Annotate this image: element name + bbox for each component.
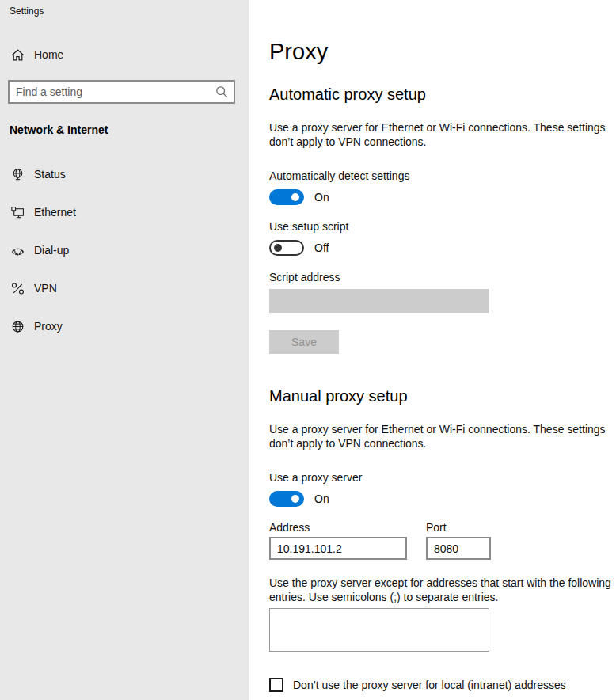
sidebar-item-status[interactable]: Status: [0, 155, 249, 193]
use-proxy-server-label: Use a proxy server: [269, 471, 616, 484]
save-button[interactable]: Save: [269, 330, 339, 354]
proxy-server-toggle-state: On: [314, 493, 329, 505]
home-icon: [11, 48, 25, 62]
toggle-knob: [291, 193, 299, 201]
settings-window: Settings Home Network & Internet: [0, 0, 616, 700]
sidebar-nav: Status Ethernet: [0, 155, 249, 345]
setup-script-toggle-row: Off: [269, 240, 616, 256]
toggle-knob: [291, 495, 299, 503]
address-port-row: Address Port: [269, 521, 616, 560]
manual-proxy-description: Use a proxy server for Ethernet or Wi-Fi…: [269, 422, 616, 451]
sidebar-section-title: Network & Internet: [10, 124, 249, 136]
proxy-exceptions-description: Use the proxy server except for addresse…: [269, 576, 616, 604]
script-address-input: [269, 289, 489, 313]
page-title: Proxy: [269, 38, 616, 65]
local-addresses-checkbox[interactable]: [269, 678, 283, 692]
search-icon[interactable]: [215, 85, 229, 99]
detect-settings-toggle-row: On: [269, 189, 616, 205]
sidebar-item-label: Proxy: [34, 320, 63, 333]
proxy-server-toggle-row: On: [269, 491, 616, 507]
search-input[interactable]: [10, 82, 215, 102]
status-icon: [11, 168, 25, 181]
port-column: Port: [426, 521, 491, 560]
sidebar-item-label: VPN: [34, 282, 57, 295]
detect-settings-label: Automatically detect settings: [269, 169, 616, 182]
local-addresses-checkbox-row: Don’t use the proxy server for local (in…: [269, 678, 616, 692]
home-label: Home: [34, 48, 63, 61]
sidebar: Settings Home Network & Internet: [0, 0, 249, 700]
script-address-label: Script address: [269, 271, 616, 283]
address-column: Address: [269, 521, 407, 560]
automatically-detect-settings-toggle[interactable]: [269, 189, 304, 205]
detect-settings-toggle-state: On: [314, 191, 329, 204]
dialup-phone-icon: [11, 244, 25, 257]
port-label: Port: [426, 521, 491, 534]
search-box[interactable]: [8, 80, 235, 104]
sidebar-item-dialup[interactable]: Dial-up: [0, 231, 249, 269]
window-title: Settings: [10, 6, 249, 17]
sidebar-item-proxy[interactable]: Proxy: [0, 307, 249, 345]
local-addresses-checkbox-label: Don’t use the proxy server for local (in…: [293, 679, 566, 691]
toggle-knob: [274, 244, 282, 252]
automatic-proxy-setup-heading: Automatic proxy setup: [269, 84, 616, 105]
use-setup-script-label: Use setup script: [269, 220, 616, 233]
sidebar-item-vpn[interactable]: VPN: [0, 269, 249, 307]
sidebar-item-home[interactable]: Home: [0, 44, 249, 66]
vpn-icon: [11, 282, 25, 295]
ethernet-icon: [11, 206, 25, 219]
sidebar-item-label: Dial-up: [34, 244, 69, 257]
sidebar-item-label: Ethernet: [34, 206, 76, 219]
use-setup-script-toggle[interactable]: [269, 240, 304, 256]
proxy-exceptions-input[interactable]: [269, 608, 489, 652]
proxy-address-input[interactable]: [269, 537, 407, 560]
proxy-globe-icon: [11, 320, 25, 333]
sidebar-item-ethernet[interactable]: Ethernet: [0, 193, 249, 231]
address-label: Address: [269, 521, 407, 534]
proxy-settings-page: Proxy Automatic proxy setup Use a proxy …: [249, 0, 616, 700]
proxy-port-input[interactable]: [426, 537, 491, 560]
use-proxy-server-toggle[interactable]: [269, 491, 304, 507]
sidebar-item-label: Status: [34, 168, 66, 181]
manual-proxy-setup-heading: Manual proxy setup: [269, 386, 616, 406]
setup-script-toggle-state: Off: [314, 242, 329, 254]
automatic-proxy-description: Use a proxy server for Ethernet or Wi-Fi…: [269, 120, 616, 149]
